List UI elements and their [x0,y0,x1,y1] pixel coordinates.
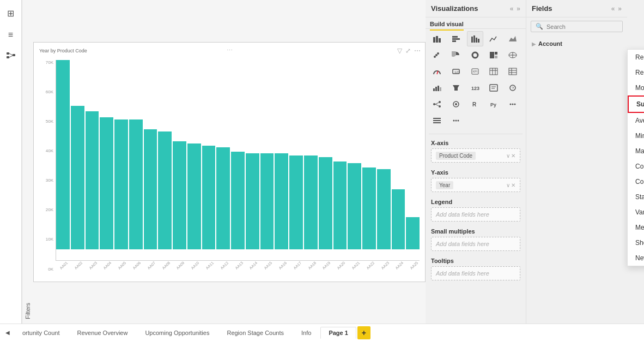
chart-bar-21[interactable] [362,167,376,249]
viz-icon-gauge[interactable] [429,64,445,79]
chart-bar-0[interactable] [56,60,70,249]
fields-collapse-icon[interactable]: « [611,5,615,13]
fields-group-account-header[interactable]: ▶ Account [526,39,627,49]
viz-collapse-icon[interactable]: « [510,5,514,13]
chart-x-label-5: AA06 [131,261,143,272]
viz-icon-ellipsis[interactable] [448,113,464,128]
context-menu-item-new-quick-measure[interactable]: New quick measure [628,250,644,266]
viz-x-axis-chevron[interactable]: ∨ [506,153,510,159]
chart-more-icon[interactable]: ⋯ [414,47,421,55]
chart-bar-4[interactable] [114,119,128,249]
chart-bar-2[interactable] [86,111,99,249]
viz-icon-table[interactable] [485,64,502,79]
context-menu-item-average[interactable]: Average [628,113,644,128]
viz-icon-more[interactable] [505,97,521,112]
chart-bar-19[interactable] [333,161,347,249]
viz-icon-funnel[interactable] [448,80,464,95]
viz-small-multiples-box[interactable]: Add data fields here [431,237,520,251]
chart-bar-16[interactable] [289,155,303,249]
viz-x-axis-remove[interactable]: ✕ [511,153,515,159]
chart-bar-12[interactable] [231,152,245,249]
chart-bar-9[interactable] [187,143,201,249]
chart-bar-24[interactable] [406,217,420,249]
chart-bar-23[interactable] [392,189,405,249]
viz-icon-scatter[interactable] [429,47,445,63]
tab-page-1[interactable]: Page 1 [320,327,356,339]
tab-scroll-left[interactable]: ◀ [2,326,13,339]
chart-expand-icon[interactable]: ⤢ [405,47,411,55]
fields-expand-icon[interactable]: » [618,5,622,13]
context-menu-item-std-dev[interactable]: Standard deviation [628,189,644,205]
viz-icon-bar[interactable] [448,31,464,46]
context-menu-item-sum[interactable]: Sum [628,95,644,113]
viz-expand-icon[interactable]: » [517,5,520,13]
tab-revenue-overview[interactable]: Revenue Overview [69,327,136,339]
context-menu-item-minimum[interactable]: Minimum [628,128,644,143]
sidebar-icon-data[interactable]: ≡ [3,27,19,43]
viz-icon-text-box[interactable] [485,80,502,95]
viz-icon-slicer[interactable] [429,113,445,128]
viz-icon-key-influencers[interactable] [448,97,464,112]
svg-rect-63 [433,120,441,121]
viz-icon-area[interactable] [505,31,521,46]
chart-bar-8[interactable] [173,141,186,249]
chart-bar-17[interactable] [304,155,318,249]
chart-bar-18[interactable] [319,157,332,249]
viz-tooltips-box[interactable]: Add data fields here [431,266,520,280]
viz-icon-matrix[interactable] [505,64,521,79]
viz-y-axis-box[interactable]: Year ∨ ✕ [431,178,520,192]
context-menu-item-count-distinct[interactable]: Count (Distinct) [628,159,644,174]
viz-icon-column[interactable] [467,31,483,46]
chart-bar-6[interactable] [144,129,157,249]
viz-icon-r-visual[interactable]: R [467,97,483,112]
context-menu-item-count[interactable]: Count [628,174,644,189]
chart-bar-15[interactable] [275,153,288,249]
sidebar-icon-model[interactable] [3,49,19,64]
tab-add-button[interactable]: + [357,326,370,339]
chart-bar-3[interactable] [100,117,113,249]
chart-bar-1[interactable] [71,106,84,249]
chart-bar-13[interactable] [246,153,259,249]
viz-icon-map[interactable] [505,47,521,63]
context-menu-item-variance[interactable]: Variance [628,205,644,220]
tab-region-stage-counts[interactable]: Region Stage Counts [218,327,292,339]
viz-icon-kpi[interactable]: KPI [467,64,483,79]
viz-icon-qna[interactable]: ? [505,80,521,95]
sidebar-icon-report[interactable]: ⊞ [3,5,19,21]
viz-legend-box[interactable]: Add data fields here [431,207,520,222]
viz-x-axis-box[interactable]: Product Code ∨ ✕ [431,148,520,163]
context-menu-item-move-to[interactable]: Move to▶ [628,80,644,95]
fields-search-box[interactable]: 🔍 [531,21,623,32]
viz-icon-line[interactable] [485,31,502,46]
chart-bar-11[interactable] [216,147,230,249]
viz-icon-waterfall[interactable] [429,80,445,95]
viz-icon-pie[interactable] [448,47,464,63]
chart-bar-20[interactable] [348,163,361,249]
chart-bar-14[interactable] [260,153,274,249]
filters-sidebar[interactable]: Filters [22,0,33,324]
chart-bar-7[interactable] [158,131,172,249]
viz-icon-123[interactable]: 123 [467,80,483,95]
viz-icon-python-visual[interactable]: Py [485,97,502,112]
context-menu-item-show-value-as[interactable]: Show value as▶ [628,235,644,250]
chart-bar-5[interactable] [129,119,143,249]
context-menu-item-remove-field[interactable]: Remove field [628,50,644,65]
viz-icon-stacked-bar[interactable] [429,31,445,46]
search-input[interactable] [546,23,622,30]
context-menu-item-rename[interactable]: Rename for this visual [628,65,644,80]
context-menu-item-maximum[interactable]: Maximum [628,143,644,159]
chart-filter-icon[interactable]: ▽ [397,47,402,55]
chart-container[interactable]: Year by Product Code ▽ ⤢ ⋯ ⋯ 0K10K20K30K… [33,42,426,282]
viz-icon-donut[interactable] [467,47,483,63]
viz-icon-card[interactable]: 123 [448,64,464,79]
chart-bar-22[interactable] [377,169,391,249]
tab-opportunity-count[interactable]: ortunity Count [14,327,68,339]
viz-icon-decomp-tree[interactable] [429,97,445,112]
viz-icon-treemap[interactable] [485,47,502,63]
tab-upcoming-opportunities[interactable]: Upcoming Opportunities [137,327,217,339]
context-menu-item-median[interactable]: Median [628,220,644,235]
viz-y-axis-chevron[interactable]: ∨ [506,182,510,188]
tab-info[interactable]: Info [293,327,319,339]
chart-bar-10[interactable] [202,146,216,249]
viz-y-axis-remove[interactable]: ✕ [511,182,515,188]
